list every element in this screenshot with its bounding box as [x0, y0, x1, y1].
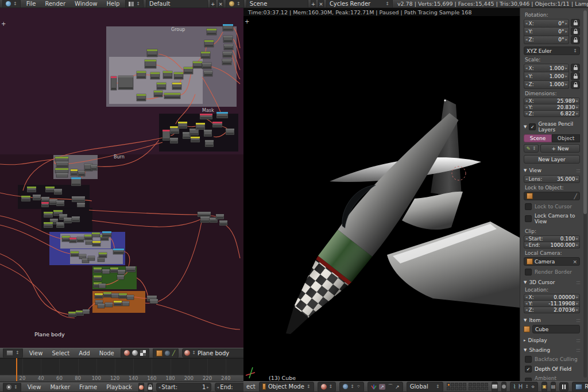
manipulator-axis-icon[interactable]	[371, 384, 377, 390]
backface-culling-row[interactable]: ✓Backface Culling	[525, 356, 580, 363]
view-section-header[interactable]: ▼View::::	[524, 168, 580, 173]
shader-node[interactable]	[216, 112, 228, 118]
dimensions-y-field[interactable]: ◂Y:20.830▸	[524, 104, 580, 111]
scale-y-field[interactable]: ◂Y:1.000▸	[524, 72, 569, 80]
shader-node[interactable]	[118, 270, 125, 274]
shader-node[interactable]	[223, 24, 233, 31]
keying-lock-button[interactable]	[148, 382, 153, 392]
shader-node[interactable]	[174, 72, 183, 79]
shader-node[interactable]	[92, 241, 100, 246]
shader-node[interactable]	[21, 196, 30, 201]
shader-node[interactable]	[178, 122, 187, 129]
shader-node[interactable]	[205, 140, 214, 147]
menu-file[interactable]: File	[23, 1, 40, 7]
shader-node[interactable]	[111, 76, 117, 90]
shader-node[interactable]	[71, 169, 78, 176]
pause-render-button[interactable]	[559, 382, 568, 391]
node-menu-select[interactable]: Select	[49, 350, 72, 356]
shader-node[interactable]	[150, 72, 160, 79]
lock-to-scene-button[interactable]	[492, 382, 498, 392]
shader-node[interactable]	[224, 44, 233, 50]
cursor-section-header[interactable]: ▼3D Cursor::::	[524, 280, 580, 285]
scale-x-lock[interactable]	[571, 64, 580, 72]
shader-node[interactable]	[68, 312, 76, 317]
shader-node[interactable]	[200, 114, 212, 119]
depth-of-field-row[interactable]: ✓Depth Of Field	[525, 366, 580, 372]
shader-node[interactable]	[223, 52, 232, 57]
scrollbar-thumb[interactable]	[583, 10, 587, 214]
rotation-y-field[interactable]: ◂Y:0°▸	[524, 28, 569, 36]
tl-menu-frame[interactable]: Frame	[76, 384, 100, 390]
shader-node[interactable]	[193, 61, 202, 68]
shader-node[interactable]	[78, 170, 85, 176]
shader-node[interactable]	[86, 240, 92, 244]
ambient-occlusion-row[interactable]: ✓Ambient Occlusion	[525, 375, 580, 381]
scene-name[interactable]: Scene	[246, 0, 308, 8]
shader-node[interactable]	[204, 130, 212, 137]
rotation-x-lock[interactable]	[571, 19, 580, 27]
cursor-x-field[interactable]: ◂X:0.00000▸	[524, 294, 580, 301]
shader-node[interactable]	[45, 187, 55, 192]
object-context-icon[interactable]	[156, 350, 163, 356]
shader-node[interactable]	[163, 71, 172, 79]
display-section-header[interactable]: ▸Display::::	[524, 337, 580, 343]
shading-section-header[interactable]: ▼Shading::::	[524, 347, 580, 353]
cursor-y-field[interactable]: ◂Y:-11.19908▸	[524, 301, 580, 307]
render-border-row[interactable]: ✓Render Border	[525, 269, 580, 275]
scale-y-lock[interactable]	[571, 72, 580, 80]
shader-node[interactable]	[99, 253, 107, 258]
node-menu-view[interactable]: View	[26, 350, 46, 356]
shader-node[interactable]	[95, 293, 103, 298]
node-menu-add[interactable]: Add	[76, 350, 92, 356]
shader-node[interactable]	[56, 161, 68, 168]
shader-node[interactable]	[122, 301, 129, 306]
shader-node[interactable]	[44, 222, 53, 228]
rotation-mode-select[interactable]: XYZ Euler↕	[524, 46, 580, 55]
ambient-occlusion-checkbox[interactable]: ✓	[525, 378, 532, 381]
shader-node[interactable]	[150, 299, 158, 304]
lock-to-cursor-checkbox[interactable]: ✓	[525, 203, 532, 210]
shader-node[interactable]	[202, 63, 211, 69]
menu-window[interactable]: Window	[71, 1, 100, 7]
line-style-icon[interactable]: ╱	[172, 350, 175, 356]
editor-type-button[interactable]: ↕	[3, 348, 23, 358]
shader-node[interactable]	[99, 284, 106, 288]
node-editor[interactable]: GroupBurnMask + Plane body	[0, 8, 244, 348]
shader-node[interactable]	[200, 216, 210, 223]
depth-of-field-checkbox[interactable]: ✓	[525, 366, 532, 372]
shader-node[interactable]	[114, 301, 122, 306]
shader-node[interactable]	[219, 220, 227, 226]
lock-to-object-field[interactable]: ╱	[524, 192, 580, 200]
menu-render[interactable]: Render	[41, 1, 69, 7]
shader-node[interactable]	[56, 200, 64, 206]
node-menu-node[interactable]: Node	[96, 350, 117, 356]
shader-node[interactable]	[212, 122, 222, 127]
rotation-y-lock[interactable]	[571, 28, 580, 36]
shader-node[interactable]	[83, 309, 90, 314]
shader-node[interactable]	[137, 94, 146, 101]
shader-node[interactable]	[102, 269, 110, 274]
frame-end-field[interactable]: ◂End:250▸	[215, 383, 243, 391]
shader-node[interactable]	[164, 93, 180, 99]
render-layer-select[interactable]: RenderLayer	[572, 382, 588, 392]
shader-node[interactable]	[191, 137, 200, 142]
shader-node[interactable]	[98, 304, 105, 308]
eyedropper-icon[interactable]: ╱	[574, 193, 577, 199]
shader-node[interactable]	[201, 52, 210, 59]
render-border-checkbox[interactable]: ✓	[525, 269, 532, 275]
shader-node[interactable]	[77, 237, 84, 242]
render-opengl-anim-button[interactable]: ▤	[551, 382, 556, 392]
rotation-x-field[interactable]: ◂X:0°▸	[524, 19, 569, 28]
cursor-z-field[interactable]: ◂Z:2.07036▸	[524, 307, 580, 313]
tl-menu-playback[interactable]: Playback	[103, 384, 135, 390]
clip-start-field[interactable]: ◂Start:0.100▸	[524, 235, 580, 242]
shader-node[interactable]	[88, 256, 95, 261]
shader-node[interactable]	[92, 232, 100, 237]
shader-node[interactable]	[72, 196, 85, 202]
shader-node[interactable]	[127, 295, 134, 300]
panel-scrollbar[interactable]	[583, 10, 587, 378]
editor-type-button[interactable]: ↕	[2, 0, 21, 8]
shader-node[interactable]	[94, 275, 102, 281]
timeline-ruler[interactable]: 20406080100120140160180200220240	[0, 375, 243, 382]
transform-orientation-select[interactable]: Global↕	[407, 382, 443, 392]
